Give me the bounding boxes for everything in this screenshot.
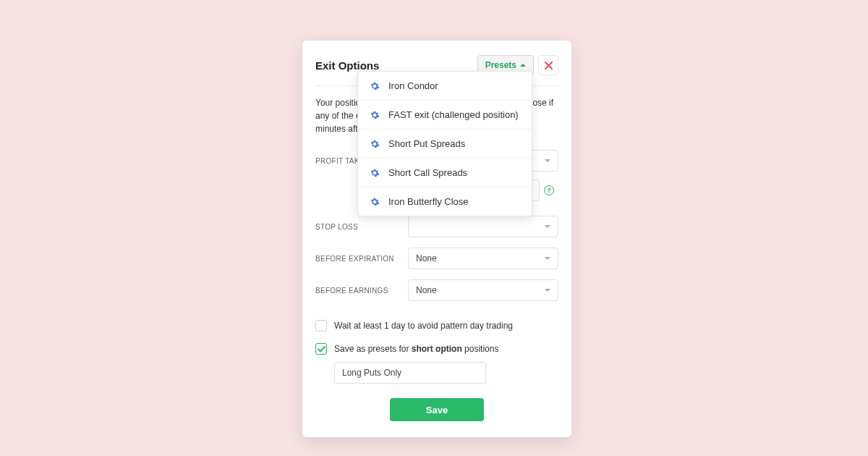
save-preset-checkbox[interactable]: [315, 343, 327, 355]
preset-name-input[interactable]: [334, 362, 486, 384]
modal-title: Exit Options: [315, 59, 379, 72]
stop-loss-row: STOP LOSS: [315, 216, 558, 237]
check-icon: [318, 346, 326, 352]
preset-item-label: Iron Condor: [388, 80, 438, 91]
chevron-down-icon: [545, 257, 550, 260]
preset-item-label: FAST exit (challenged position): [388, 109, 519, 120]
preset-item-iron-condor[interactable]: Iron Condor: [358, 72, 532, 101]
gear-icon: [370, 110, 380, 120]
close-icon: [545, 62, 553, 69]
pattern-day-label: Wait at least 1 day to avoid pattern day…: [334, 321, 513, 331]
save-preset-bold: short option: [412, 344, 462, 354]
gear-icon: [370, 81, 380, 91]
caret-up-icon: [520, 64, 526, 67]
preset-item-label: Iron Butterfly Close: [388, 196, 469, 207]
preset-item-iron-butterfly[interactable]: Iron Butterfly Close: [358, 187, 532, 216]
presets-button-label: Presets: [485, 60, 516, 70]
gear-icon: [370, 139, 380, 149]
before-earnings-label: BEFORE EARNINGS: [315, 287, 408, 295]
before-earnings-value: None: [416, 285, 437, 295]
before-expiration-value: None: [416, 253, 437, 263]
gear-icon: [370, 168, 380, 178]
help-icon[interactable]: ?: [544, 185, 554, 195]
chevron-down-icon: [545, 225, 550, 228]
save-preset-post: positions: [464, 344, 498, 354]
save-button[interactable]: Save: [390, 398, 484, 421]
pattern-day-checkbox[interactable]: [315, 320, 327, 332]
before-expiration-row: BEFORE EXPIRATION None: [315, 248, 558, 269]
before-earnings-select[interactable]: None: [408, 279, 558, 301]
before-expiration-label: BEFORE EXPIRATION: [315, 255, 408, 263]
gear-icon: [370, 197, 380, 207]
preset-item-label: Short Call Spreads: [388, 167, 467, 178]
chevron-down-icon: [545, 159, 550, 162]
stop-loss-select[interactable]: [408, 216, 558, 237]
preset-item-short-call-spreads[interactable]: Short Call Spreads: [358, 159, 532, 187]
chevron-down-icon: [545, 289, 550, 292]
before-earnings-row: BEFORE EARNINGS None: [315, 279, 558, 301]
pattern-day-row: Wait at least 1 day to avoid pattern day…: [315, 320, 558, 332]
preset-item-fast-exit[interactable]: FAST exit (challenged position): [358, 101, 532, 130]
save-preset-label: Save as presets for short option positio…: [334, 344, 498, 354]
presets-dropdown: Iron Condor FAST exit (challenged positi…: [357, 71, 532, 216]
preset-item-short-put-spreads[interactable]: Short Put Spreads: [358, 130, 532, 159]
save-preset-pre: Save as presets for: [334, 344, 409, 354]
save-preset-row: Save as presets for short option positio…: [315, 343, 558, 355]
before-expiration-select[interactable]: None: [408, 248, 558, 269]
close-button[interactable]: [538, 55, 558, 75]
preset-item-label: Short Put Spreads: [388, 138, 465, 149]
stop-loss-label: STOP LOSS: [315, 223, 408, 231]
